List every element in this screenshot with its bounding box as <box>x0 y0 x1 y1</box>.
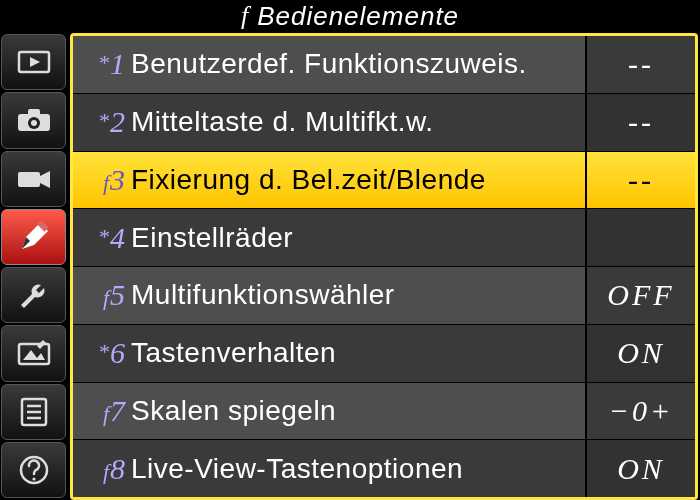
retouch-icon <box>15 338 53 368</box>
menu-item-label: Mitteltaste d. Multifkt.w. <box>131 106 585 138</box>
svg-rect-3 <box>28 109 40 116</box>
video-icon <box>15 165 53 193</box>
playback-icon <box>16 48 52 76</box>
header-prefix: f <box>241 1 249 31</box>
wrench-icon <box>17 278 51 312</box>
menu-item-code: f7 <box>73 394 131 428</box>
menu-item-value: -- <box>585 94 695 151</box>
sidebar-tab-custom[interactable] <box>1 209 66 265</box>
sidebar-tab-setup[interactable] <box>1 267 66 323</box>
menu-header: f Bedienelemente <box>0 0 700 32</box>
svg-point-5 <box>31 120 37 126</box>
menu-item-code: *1 <box>73 47 131 81</box>
sidebar <box>0 32 68 500</box>
sidebar-tab-photo[interactable] <box>1 92 66 148</box>
svg-marker-1 <box>30 57 40 67</box>
camera-icon <box>15 106 53 134</box>
menu-item-label: Live-View-Tastenoptionen <box>131 453 585 485</box>
menu-item-f7[interactable]: f7 Skalen spiegeln −0+ <box>73 383 695 441</box>
menu-item-code: f3 <box>73 163 131 197</box>
menu-item-label: Fixierung d. Bel.zeit/Blende <box>131 164 585 196</box>
mymenu-icon <box>17 396 51 428</box>
help-icon <box>18 454 50 486</box>
menu-list: *1 Benutzerdef. Funktionszuweis. -- *2 M… <box>70 33 698 500</box>
sidebar-tab-playback[interactable] <box>1 34 66 90</box>
camera-menu-screen: f Bedienelemente <box>0 0 700 500</box>
menu-item-value: ON <box>585 325 695 382</box>
menu-body: *1 Benutzerdef. Funktionszuweis. -- *2 M… <box>0 32 700 500</box>
menu-item-f6[interactable]: *6 Tastenverhalten ON <box>73 325 695 383</box>
svg-point-18 <box>32 477 35 480</box>
menu-item-code: *6 <box>73 336 131 370</box>
menu-item-code: *4 <box>73 221 131 255</box>
sidebar-tab-retouch[interactable] <box>1 325 66 381</box>
menu-item-label: Multifunktionswähler <box>131 279 585 311</box>
menu-item-value: -- <box>585 152 695 209</box>
svg-rect-6 <box>18 172 40 187</box>
menu-item-label: Tastenverhalten <box>131 337 585 369</box>
pencil-icon <box>16 219 52 255</box>
menu-item-label: Skalen spiegeln <box>131 395 585 427</box>
sidebar-tab-video[interactable] <box>1 151 66 207</box>
menu-item-value: -- <box>585 36 695 93</box>
svg-marker-12 <box>23 350 45 360</box>
menu-item-value: OFF <box>585 267 695 324</box>
menu-item-label: Benutzerdef. Funktionszuweis. <box>131 48 585 80</box>
menu-item-value <box>585 209 695 266</box>
svg-marker-7 <box>40 171 50 188</box>
menu-item-value: −0+ <box>585 383 695 440</box>
menu-item-code: f5 <box>73 278 131 312</box>
menu-item-f4[interactable]: *4 Einstellräder <box>73 209 695 267</box>
menu-item-code: f8 <box>73 452 131 486</box>
menu-item-f2[interactable]: *2 Mitteltaste d. Multifkt.w. -- <box>73 94 695 152</box>
menu-item-f1[interactable]: *1 Benutzerdef. Funktionszuweis. -- <box>73 36 695 94</box>
menu-item-f3[interactable]: f3 Fixierung d. Bel.zeit/Blende -- <box>73 152 695 210</box>
menu-item-f8[interactable]: f8 Live-View-Tastenoptionen ON <box>73 440 695 497</box>
menu-item-value: ON <box>585 440 695 497</box>
menu-item-f5[interactable]: f5 Multifunktionswähler OFF <box>73 267 695 325</box>
sidebar-tab-help[interactable] <box>1 442 66 498</box>
header-title: Bedienelemente <box>257 1 459 32</box>
menu-item-code: *2 <box>73 105 131 139</box>
sidebar-tab-mymenu[interactable] <box>1 384 66 440</box>
menu-item-label: Einstellräder <box>131 222 585 254</box>
